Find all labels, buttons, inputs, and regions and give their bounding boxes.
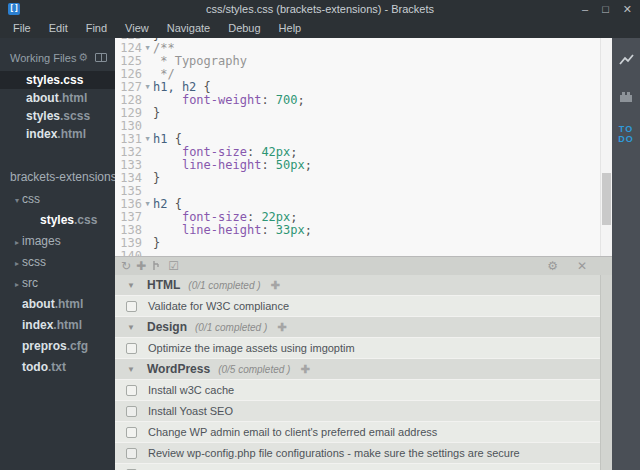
add-task-icon[interactable]: ✚	[300, 363, 309, 376]
tree-file-prepros[interactable]: prepros.cfg	[0, 336, 115, 357]
tree-folder-scss[interactable]: ▸scss	[0, 252, 115, 273]
task-checkbox[interactable]	[126, 301, 137, 312]
extension-manager-icon[interactable]	[619, 88, 633, 106]
task-label: Validate for W3C compliance	[148, 300, 289, 312]
task-checkbox[interactable]	[126, 385, 137, 396]
tree-file-index[interactable]: index.html	[0, 315, 115, 336]
minimize-button[interactable]: –	[582, 0, 588, 18]
fold-arrow-icon[interactable]: ▼	[142, 81, 153, 94]
brackets-window: [] css/styles.css (brackets-extensions) …	[0, 0, 640, 470]
token-prop: line-height	[182, 223, 261, 237]
code-content: font-weight: 700;	[153, 94, 612, 107]
editor-scrollbar[interactable]	[600, 38, 612, 256]
add-task-icon[interactable]: ✚	[271, 279, 280, 292]
code-line-129[interactable]: 129}	[115, 107, 612, 120]
section-name: HTML	[147, 278, 180, 292]
task-checkbox[interactable]	[126, 427, 137, 438]
code-line-130[interactable]: 130	[115, 120, 612, 133]
todo-panel-toolbar: ↻ ✚ ☑ ⚙ ✕	[115, 257, 612, 275]
fold-arrow-icon[interactable]: ▼	[142, 42, 153, 55]
tree-file-styles[interactable]: styles.css	[0, 210, 115, 231]
code-line-139[interactable]: 139}	[115, 237, 612, 250]
fold-gutter	[142, 185, 153, 198]
todo-item-row[interactable]: Change WP admin email to client's prefer…	[115, 422, 600, 443]
token-com: /**	[153, 41, 175, 55]
folder-name: scss	[22, 255, 46, 269]
token-pun: :	[261, 93, 275, 107]
show-completed-icon[interactable]: ☑	[168, 257, 179, 275]
task-label: Change WP admin email to client's prefer…	[148, 426, 437, 438]
editor-scrollbar-thumb[interactable]	[602, 173, 611, 225]
todo-item-row[interactable]: Optimize the image assets using imgoptim	[115, 338, 600, 359]
code-content: }	[153, 107, 612, 120]
add-todo-icon[interactable]: ✚	[136, 257, 146, 275]
tree-folder-css[interactable]: ▾css	[0, 189, 115, 210]
code-line-138[interactable]: 138 line-height: 33px;	[115, 224, 612, 237]
working-file-styles-css[interactable]: styles.css	[0, 71, 115, 89]
file-extension: .txt	[48, 360, 66, 374]
tree-folder-images[interactable]: ▸images	[0, 231, 115, 252]
file-name: about	[22, 297, 55, 311]
menu-item-find[interactable]: Find	[77, 18, 116, 38]
fold-arrow-icon[interactable]: ▼	[142, 198, 153, 211]
panel-settings-icon[interactable]: ⚙	[547, 257, 558, 275]
working-file-styles-scss[interactable]: styles.scss	[0, 107, 115, 125]
panel-close-icon[interactable]: ✕	[577, 257, 587, 275]
close-button[interactable]: ✕	[623, 0, 632, 18]
menu-item-edit[interactable]: Edit	[40, 18, 77, 38]
collapse-icon[interactable]: ▼	[127, 323, 141, 332]
split-view-icon[interactable]	[95, 53, 107, 62]
file-extension: .css	[60, 73, 83, 87]
folder-name: css	[22, 192, 40, 206]
live-preview-icon[interactable]	[619, 52, 634, 70]
task-label: Install w3C cache	[148, 384, 234, 396]
code-content: line-height: 33px;	[153, 224, 612, 237]
collapse-icon[interactable]: ▼	[127, 365, 141, 374]
add-task-icon[interactable]: ✚	[277, 321, 286, 334]
task-checkbox[interactable]	[126, 406, 137, 417]
todo-section-wordpress[interactable]: ▼WordPress(0/5 completed )✚	[115, 359, 600, 380]
todo-item-row[interactable]: Install w3C cache	[115, 380, 600, 401]
menubar: FileEditFindViewNavigateDebugHelp	[0, 18, 640, 38]
brackets-logo-icon: []	[8, 3, 20, 15]
tags-filter-icon[interactable]	[151, 257, 162, 275]
fold-arrow-icon[interactable]: ▼	[142, 133, 153, 146]
todo-item-row[interactable]: Validate for W3C compliance	[115, 296, 600, 317]
task-checkbox[interactable]	[126, 448, 137, 459]
code-content: * Typography	[153, 55, 612, 68]
code-line-134[interactable]: 134}	[115, 172, 612, 185]
working-file-index-html[interactable]: index.html	[0, 125, 115, 143]
code-line-128[interactable]: 128 font-weight: 700;	[115, 94, 612, 107]
project-dropdown[interactable]: brackets-extensions▼	[10, 167, 115, 187]
todo-section-design[interactable]: ▼Design(0/1 completed )✚	[115, 317, 600, 338]
menu-item-help[interactable]: Help	[270, 18, 311, 38]
todo-item-row[interactable]: Review wp-config.php file configurations…	[115, 443, 600, 464]
todo-item-row[interactable]: Install Yoast SEO	[115, 401, 600, 422]
fold-gutter	[142, 159, 153, 172]
collapse-icon[interactable]: ▼	[127, 281, 141, 290]
gear-icon[interactable]: ⚙	[78, 51, 88, 64]
working-file-about-html[interactable]: about.html	[0, 89, 115, 107]
menu-item-debug[interactable]: Debug	[219, 18, 269, 38]
task-checkbox[interactable]	[126, 343, 137, 354]
code-line-125[interactable]: 125 * Typography	[115, 55, 612, 68]
menu-item-file[interactable]: File	[4, 18, 40, 38]
refresh-icon[interactable]: ↻	[121, 257, 131, 275]
menu-item-view[interactable]: View	[116, 18, 158, 38]
code-line-135[interactable]: 135	[115, 185, 612, 198]
tree-file-about[interactable]: about.html	[0, 294, 115, 315]
tree-file-todo[interactable]: todo.txt	[0, 357, 115, 378]
menu-item-navigate[interactable]: Navigate	[158, 18, 219, 38]
panel-scrollbar[interactable]	[600, 275, 612, 470]
code-line-133[interactable]: 133 line-height: 50px;	[115, 159, 612, 172]
file-extension: .html	[53, 318, 82, 332]
maximize-button[interactable]: □	[602, 0, 609, 18]
todo-item-row[interactable]: Turn off comments on the site once finis…	[115, 464, 600, 470]
token-com: */	[153, 67, 175, 81]
todo-extension-toggle[interactable]: TO DO	[618, 124, 634, 144]
file-extension: .scss	[60, 109, 90, 123]
token-prop: font-size	[182, 210, 247, 224]
code-editor[interactable]: 123}124▼/**125 * Typography126 */127▼h1,…	[115, 38, 612, 256]
tree-folder-src[interactable]: ▸src	[0, 273, 115, 294]
todo-section-html[interactable]: ▼HTML(0/1 completed )✚	[115, 275, 600, 296]
